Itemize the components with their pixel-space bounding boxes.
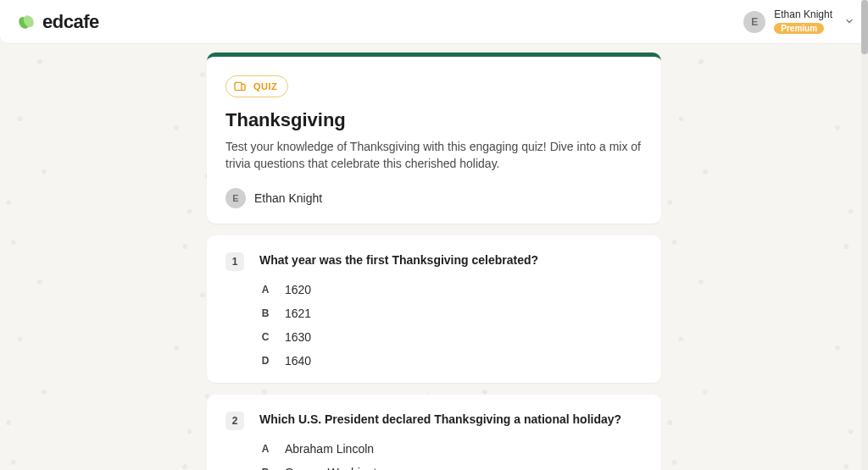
option-text: 1640: [285, 354, 311, 368]
option-letter: A: [259, 284, 271, 296]
option-letter: B: [259, 467, 271, 470]
chevron-down-icon: [844, 14, 854, 30]
brand-logo-icon: [17, 13, 36, 31]
option-text: 1621: [285, 307, 311, 320]
option-letter: C: [259, 331, 271, 343]
option-text: 1630: [285, 330, 311, 344]
quiz-icon: [233, 80, 247, 93]
tier-badge: Premium: [774, 23, 824, 34]
user-menu[interactable]: E Ethan Knight Premium: [743, 9, 854, 33]
user-meta: Ethan Knight Premium: [774, 9, 832, 33]
brand[interactable]: edcafe: [17, 11, 99, 33]
option-letter: A: [259, 443, 271, 455]
option[interactable]: A 1620: [259, 283, 643, 296]
option[interactable]: A Abraham Lincoln: [259, 442, 643, 456]
question-card: 2 Which U.S. President declared Thanksgi…: [207, 395, 661, 470]
user-name: Ethan Knight: [774, 9, 832, 20]
scrollbar-thumb[interactable]: [861, 0, 868, 54]
question-number: 2: [225, 412, 244, 430]
options-list: A Abraham Lincoln B George Washington C …: [225, 442, 643, 470]
option-text: 1620: [285, 283, 311, 296]
svg-rect-2: [235, 82, 242, 90]
quiz-title: Thanksgiving: [225, 109, 643, 131]
author-name: Ethan Knight: [254, 191, 322, 205]
scrollbar[interactable]: [861, 0, 868, 470]
question-number: 1: [225, 252, 244, 271]
quiz-chip-label: QUIZ: [253, 81, 277, 91]
page-content: QUIZ Thanksgiving Test your knowledge of…: [207, 53, 661, 470]
quiz-hero-card: QUIZ Thanksgiving Test your knowledge of…: [207, 53, 661, 224]
option-letter: D: [259, 355, 271, 367]
question-text: What year was the first Thanksgiving cel…: [259, 252, 538, 269]
quiz-chip: QUIZ: [225, 75, 288, 97]
question-card: 1 What year was the first Thanksgiving c…: [207, 235, 661, 383]
app-header: edcafe E Ethan Knight Premium: [0, 0, 868, 44]
option[interactable]: B George Washington: [259, 466, 643, 470]
option-letter: B: [259, 307, 271, 319]
quiz-author: E Ethan Knight: [225, 188, 643, 208]
option[interactable]: C 1630: [259, 330, 643, 344]
option[interactable]: B 1621: [259, 307, 643, 320]
option[interactable]: D 1640: [259, 354, 643, 368]
author-avatar: E: [225, 188, 246, 208]
option-text: George Washington: [285, 466, 390, 470]
brand-name: edcafe: [42, 11, 99, 33]
options-list: A 1620 B 1621 C 1630 D 1640: [225, 283, 643, 368]
question-text: Which U.S. President declared Thanksgivi…: [259, 412, 621, 429]
avatar: E: [743, 11, 765, 33]
option-text: Abraham Lincoln: [285, 442, 374, 456]
quiz-description: Test your knowledge of Thanksgiving with…: [225, 138, 643, 173]
